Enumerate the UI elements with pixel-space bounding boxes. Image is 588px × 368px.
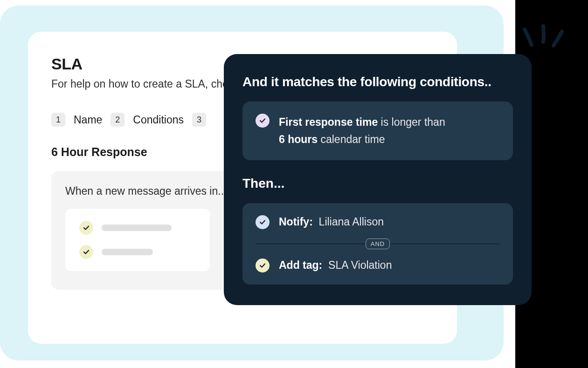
conditions-actions-overlay: And it matches the following conditions.…	[224, 54, 532, 305]
tag-value: SLA Violation	[328, 259, 392, 271]
action-notify-text: Notify: Liliana Allison	[279, 216, 384, 228]
condition-time-type: calendar time	[318, 133, 385, 145]
check-icon	[256, 259, 270, 273]
trigger-option-row[interactable]	[79, 221, 196, 235]
and-badge: AND	[366, 239, 390, 249]
check-icon	[79, 245, 93, 259]
placeholder-bar	[102, 225, 172, 231]
action-tag-text: Add tag: SLA Violation	[279, 259, 392, 272]
notify-value: Liliana Allison	[319, 216, 384, 228]
trigger-options-card	[65, 209, 210, 271]
placeholder-bar	[102, 249, 153, 255]
condition-threshold: 6 hours	[279, 133, 318, 145]
tag-label: Add tag:	[279, 259, 322, 271]
step-label-name[interactable]: Name	[74, 114, 102, 126]
then-heading: Then...	[242, 176, 513, 191]
step-label-conditions[interactable]: Conditions	[133, 114, 184, 126]
check-icon	[256, 215, 270, 229]
condition-operator: is longer than	[378, 116, 445, 128]
check-icon	[256, 114, 270, 128]
action-notify-row[interactable]: Notify: Liliana Allison	[256, 215, 500, 229]
divider-line	[256, 244, 366, 244]
condition-card[interactable]: First response time is longer than 6 hou…	[242, 102, 513, 160]
action-divider: AND	[256, 239, 500, 249]
step-badge-1[interactable]: 1	[51, 113, 65, 127]
divider-line	[390, 244, 500, 244]
conditions-heading: And it matches the following conditions.…	[242, 75, 513, 89]
step-badge-3[interactable]: 3	[192, 113, 206, 127]
trigger-option-row[interactable]	[79, 245, 196, 259]
condition-metric: First response time	[279, 116, 378, 128]
notify-label: Notify:	[279, 216, 313, 228]
check-icon	[79, 221, 93, 235]
actions-card: Notify: Liliana Allison AND Add tag: SLA…	[242, 203, 513, 285]
condition-text: First response time is longer than 6 hou…	[279, 114, 445, 148]
step-badge-2[interactable]: 2	[111, 113, 125, 127]
action-tag-row[interactable]: Add tag: SLA Violation	[256, 259, 500, 273]
